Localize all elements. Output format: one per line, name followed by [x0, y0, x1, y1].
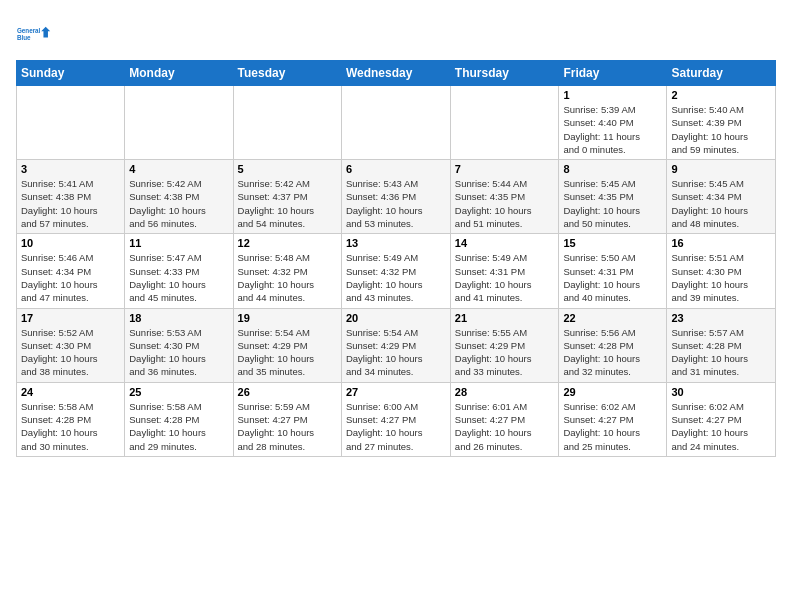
calendar-cell: 8Sunrise: 5:45 AM Sunset: 4:35 PM Daylig… [559, 160, 667, 234]
day-number: 21 [455, 312, 555, 324]
calendar-cell: 22Sunrise: 5:56 AM Sunset: 4:28 PM Dayli… [559, 308, 667, 382]
day-number: 9 [671, 163, 771, 175]
calendar-cell: 26Sunrise: 5:59 AM Sunset: 4:27 PM Dayli… [233, 382, 341, 456]
day-info: Sunrise: 5:54 AM Sunset: 4:29 PM Dayligh… [238, 326, 337, 379]
calendar-cell: 6Sunrise: 5:43 AM Sunset: 4:36 PM Daylig… [341, 160, 450, 234]
svg-text:Blue: Blue [17, 34, 31, 41]
day-number: 4 [129, 163, 228, 175]
day-info: Sunrise: 5:50 AM Sunset: 4:31 PM Dayligh… [563, 251, 662, 304]
svg-text:General: General [17, 27, 41, 34]
day-info: Sunrise: 5:53 AM Sunset: 4:30 PM Dayligh… [129, 326, 228, 379]
calendar-cell: 5Sunrise: 5:42 AM Sunset: 4:37 PM Daylig… [233, 160, 341, 234]
calendar-cell: 14Sunrise: 5:49 AM Sunset: 4:31 PM Dayli… [450, 234, 559, 308]
calendar-cell [341, 86, 450, 160]
day-number: 20 [346, 312, 446, 324]
weekday-header-saturday: Saturday [667, 61, 776, 86]
day-info: Sunrise: 5:45 AM Sunset: 4:34 PM Dayligh… [671, 177, 771, 230]
calendar-cell: 16Sunrise: 5:51 AM Sunset: 4:30 PM Dayli… [667, 234, 776, 308]
day-info: Sunrise: 5:51 AM Sunset: 4:30 PM Dayligh… [671, 251, 771, 304]
calendar-cell: 11Sunrise: 5:47 AM Sunset: 4:33 PM Dayli… [125, 234, 233, 308]
day-number: 12 [238, 237, 337, 249]
day-info: Sunrise: 5:45 AM Sunset: 4:35 PM Dayligh… [563, 177, 662, 230]
calendar-cell: 25Sunrise: 5:58 AM Sunset: 4:28 PM Dayli… [125, 382, 233, 456]
week-row-1: 3Sunrise: 5:41 AM Sunset: 4:38 PM Daylig… [17, 160, 776, 234]
day-info: Sunrise: 5:46 AM Sunset: 4:34 PM Dayligh… [21, 251, 120, 304]
weekday-header-friday: Friday [559, 61, 667, 86]
calendar-cell: 10Sunrise: 5:46 AM Sunset: 4:34 PM Dayli… [17, 234, 125, 308]
weekday-header-monday: Monday [125, 61, 233, 86]
day-info: Sunrise: 5:39 AM Sunset: 4:40 PM Dayligh… [563, 103, 662, 156]
day-info: Sunrise: 5:52 AM Sunset: 4:30 PM Dayligh… [21, 326, 120, 379]
week-row-2: 10Sunrise: 5:46 AM Sunset: 4:34 PM Dayli… [17, 234, 776, 308]
calendar-cell: 1Sunrise: 5:39 AM Sunset: 4:40 PM Daylig… [559, 86, 667, 160]
calendar-cell: 27Sunrise: 6:00 AM Sunset: 4:27 PM Dayli… [341, 382, 450, 456]
day-info: Sunrise: 5:56 AM Sunset: 4:28 PM Dayligh… [563, 326, 662, 379]
day-info: Sunrise: 5:43 AM Sunset: 4:36 PM Dayligh… [346, 177, 446, 230]
day-info: Sunrise: 5:40 AM Sunset: 4:39 PM Dayligh… [671, 103, 771, 156]
day-number: 8 [563, 163, 662, 175]
day-info: Sunrise: 5:49 AM Sunset: 4:32 PM Dayligh… [346, 251, 446, 304]
day-number: 14 [455, 237, 555, 249]
calendar-cell: 30Sunrise: 6:02 AM Sunset: 4:27 PM Dayli… [667, 382, 776, 456]
week-row-0: 1Sunrise: 5:39 AM Sunset: 4:40 PM Daylig… [17, 86, 776, 160]
day-number: 16 [671, 237, 771, 249]
calendar-cell: 4Sunrise: 5:42 AM Sunset: 4:38 PM Daylig… [125, 160, 233, 234]
day-info: Sunrise: 5:49 AM Sunset: 4:31 PM Dayligh… [455, 251, 555, 304]
calendar-cell: 3Sunrise: 5:41 AM Sunset: 4:38 PM Daylig… [17, 160, 125, 234]
day-info: Sunrise: 5:55 AM Sunset: 4:29 PM Dayligh… [455, 326, 555, 379]
day-number: 5 [238, 163, 337, 175]
day-number: 25 [129, 386, 228, 398]
day-number: 1 [563, 89, 662, 101]
day-info: Sunrise: 5:44 AM Sunset: 4:35 PM Dayligh… [455, 177, 555, 230]
logo: GeneralBlue [16, 16, 52, 52]
day-number: 7 [455, 163, 555, 175]
day-number: 17 [21, 312, 120, 324]
day-number: 19 [238, 312, 337, 324]
day-number: 28 [455, 386, 555, 398]
weekday-header-tuesday: Tuesday [233, 61, 341, 86]
day-number: 3 [21, 163, 120, 175]
day-info: Sunrise: 6:02 AM Sunset: 4:27 PM Dayligh… [671, 400, 771, 453]
day-info: Sunrise: 6:01 AM Sunset: 4:27 PM Dayligh… [455, 400, 555, 453]
day-info: Sunrise: 5:42 AM Sunset: 4:37 PM Dayligh… [238, 177, 337, 230]
calendar-table: SundayMondayTuesdayWednesdayThursdayFrid… [16, 60, 776, 457]
calendar-cell [125, 86, 233, 160]
day-info: Sunrise: 5:42 AM Sunset: 4:38 PM Dayligh… [129, 177, 228, 230]
calendar-cell [450, 86, 559, 160]
week-row-4: 24Sunrise: 5:58 AM Sunset: 4:28 PM Dayli… [17, 382, 776, 456]
day-number: 15 [563, 237, 662, 249]
calendar-cell: 9Sunrise: 5:45 AM Sunset: 4:34 PM Daylig… [667, 160, 776, 234]
day-number: 6 [346, 163, 446, 175]
svg-marker-2 [41, 27, 50, 38]
calendar-cell: 24Sunrise: 5:58 AM Sunset: 4:28 PM Dayli… [17, 382, 125, 456]
calendar-cell: 28Sunrise: 6:01 AM Sunset: 4:27 PM Dayli… [450, 382, 559, 456]
day-info: Sunrise: 5:58 AM Sunset: 4:28 PM Dayligh… [129, 400, 228, 453]
day-info: Sunrise: 6:02 AM Sunset: 4:27 PM Dayligh… [563, 400, 662, 453]
day-info: Sunrise: 5:54 AM Sunset: 4:29 PM Dayligh… [346, 326, 446, 379]
weekday-header-sunday: Sunday [17, 61, 125, 86]
calendar-cell: 29Sunrise: 6:02 AM Sunset: 4:27 PM Dayli… [559, 382, 667, 456]
day-number: 2 [671, 89, 771, 101]
header: GeneralBlue [16, 16, 776, 52]
day-info: Sunrise: 5:41 AM Sunset: 4:38 PM Dayligh… [21, 177, 120, 230]
day-info: Sunrise: 6:00 AM Sunset: 4:27 PM Dayligh… [346, 400, 446, 453]
week-row-3: 17Sunrise: 5:52 AM Sunset: 4:30 PM Dayli… [17, 308, 776, 382]
day-number: 10 [21, 237, 120, 249]
day-info: Sunrise: 5:48 AM Sunset: 4:32 PM Dayligh… [238, 251, 337, 304]
day-number: 18 [129, 312, 228, 324]
day-number: 29 [563, 386, 662, 398]
calendar-cell [233, 86, 341, 160]
calendar-cell: 13Sunrise: 5:49 AM Sunset: 4:32 PM Dayli… [341, 234, 450, 308]
day-info: Sunrise: 5:47 AM Sunset: 4:33 PM Dayligh… [129, 251, 228, 304]
day-number: 26 [238, 386, 337, 398]
calendar-cell: 20Sunrise: 5:54 AM Sunset: 4:29 PM Dayli… [341, 308, 450, 382]
calendar-cell: 18Sunrise: 5:53 AM Sunset: 4:30 PM Dayli… [125, 308, 233, 382]
weekday-header-row: SundayMondayTuesdayWednesdayThursdayFrid… [17, 61, 776, 86]
day-number: 24 [21, 386, 120, 398]
calendar-cell: 19Sunrise: 5:54 AM Sunset: 4:29 PM Dayli… [233, 308, 341, 382]
calendar-cell: 15Sunrise: 5:50 AM Sunset: 4:31 PM Dayli… [559, 234, 667, 308]
calendar-cell [17, 86, 125, 160]
calendar-cell: 17Sunrise: 5:52 AM Sunset: 4:30 PM Dayli… [17, 308, 125, 382]
day-info: Sunrise: 5:57 AM Sunset: 4:28 PM Dayligh… [671, 326, 771, 379]
day-number: 11 [129, 237, 228, 249]
